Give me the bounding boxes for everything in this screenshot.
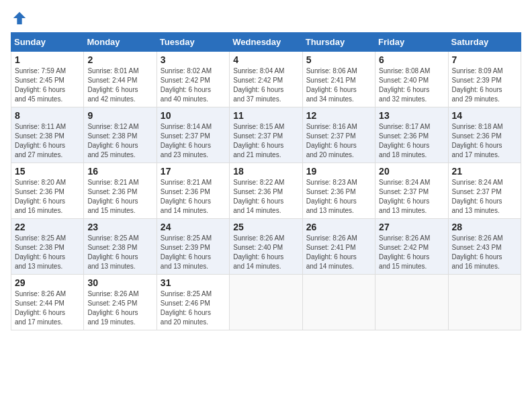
day-info: Sunrise: 8:26 AM Sunset: 2:45 PM Dayligh… [87,289,152,327]
calendar-week-4: 22Sunrise: 8:25 AM Sunset: 2:38 PM Dayli… [11,219,521,275]
day-number: 1 [15,54,80,65]
day-number: 19 [306,166,371,177]
calendar-week-3: 15Sunrise: 8:20 AM Sunset: 2:36 PM Dayli… [11,163,521,219]
day-of-week-wednesday: Wednesday [230,33,302,52]
day-number: 11 [233,110,298,121]
day-info: Sunrise: 8:24 AM Sunset: 2:37 PM Dayligh… [452,178,517,216]
day-info: Sunrise: 8:18 AM Sunset: 2:36 PM Dayligh… [452,122,517,160]
day-number: 17 [161,166,226,177]
day-info: Sunrise: 8:21 AM Sunset: 2:36 PM Dayligh… [161,178,226,216]
calendar-cell: 18Sunrise: 8:22 AM Sunset: 2:36 PM Dayli… [230,163,302,219]
calendar-cell: 28Sunrise: 8:26 AM Sunset: 2:43 PM Dayli… [448,219,521,275]
calendar-cell: 23Sunrise: 8:25 AM Sunset: 2:38 PM Dayli… [84,219,157,275]
calendar-cell: 9Sunrise: 8:12 AM Sunset: 2:38 PM Daylig… [84,107,157,163]
day-number: 14 [452,110,517,121]
day-number: 10 [161,110,226,121]
calendar-cell: 21Sunrise: 8:24 AM Sunset: 2:37 PM Dayli… [448,163,521,219]
calendar-cell: 19Sunrise: 8:23 AM Sunset: 2:36 PM Dayli… [302,163,375,219]
day-number: 18 [233,166,298,177]
day-number: 21 [452,166,517,177]
day-of-week-sunday: Sunday [11,33,84,52]
day-number: 3 [161,54,226,65]
calendar-week-5: 29Sunrise: 8:26 AM Sunset: 2:44 PM Dayli… [11,275,521,330]
calendar-cell: 17Sunrise: 8:21 AM Sunset: 2:36 PM Dayli… [157,163,229,219]
calendar-cell: 3Sunrise: 8:02 AM Sunset: 2:42 PM Daylig… [157,52,229,107]
calendar-cell: 8Sunrise: 8:11 AM Sunset: 2:38 PM Daylig… [11,107,84,163]
day-info: Sunrise: 8:06 AM Sunset: 2:41 PM Dayligh… [306,66,371,104]
calendar-cell [302,275,375,330]
day-info: Sunrise: 8:26 AM Sunset: 2:41 PM Dayligh… [306,234,371,271]
day-of-week-tuesday: Tuesday [157,33,229,52]
day-number: 5 [306,54,371,65]
day-info: Sunrise: 8:26 AM Sunset: 2:40 PM Dayligh… [233,234,298,271]
calendar-cell: 24Sunrise: 8:25 AM Sunset: 2:39 PM Dayli… [157,219,229,275]
svg-marker-0 [13,12,26,24]
calendar-cell: 20Sunrise: 8:24 AM Sunset: 2:37 PM Dayli… [375,163,448,219]
calendar-cell: 5Sunrise: 8:06 AM Sunset: 2:41 PM Daylig… [302,52,375,107]
calendar-cell: 14Sunrise: 8:18 AM Sunset: 2:36 PM Dayli… [448,107,521,163]
calendar-cell: 13Sunrise: 8:17 AM Sunset: 2:36 PM Dayli… [375,107,448,163]
calendar-table: SundayMondayTuesdayWednesdayThursdayFrid… [11,32,521,330]
calendar-cell: 2Sunrise: 8:01 AM Sunset: 2:44 PM Daylig… [84,52,157,107]
day-info: Sunrise: 8:16 AM Sunset: 2:37 PM Dayligh… [306,122,371,160]
day-info: Sunrise: 8:25 AM Sunset: 2:39 PM Dayligh… [161,234,226,271]
day-info: Sunrise: 8:15 AM Sunset: 2:37 PM Dayligh… [233,122,298,160]
day-number: 28 [452,222,517,232]
day-of-week-saturday: Saturday [448,33,521,52]
day-of-week-thursday: Thursday [302,33,375,52]
day-number: 16 [87,166,152,177]
day-info: Sunrise: 8:21 AM Sunset: 2:36 PM Dayligh… [87,178,152,216]
day-info: Sunrise: 8:17 AM Sunset: 2:36 PM Dayligh… [379,122,444,160]
day-number: 2 [87,54,152,65]
calendar-week-2: 8Sunrise: 8:11 AM Sunset: 2:38 PM Daylig… [11,107,521,163]
calendar-cell: 12Sunrise: 8:16 AM Sunset: 2:37 PM Dayli… [302,107,375,163]
day-info: Sunrise: 8:22 AM Sunset: 2:36 PM Dayligh… [233,178,298,216]
calendar-cell: 31Sunrise: 8:25 AM Sunset: 2:46 PM Dayli… [157,275,229,330]
day-number: 8 [15,110,80,121]
calendar-cell: 15Sunrise: 8:20 AM Sunset: 2:36 PM Dayli… [11,163,84,219]
calendar-cell [448,275,521,330]
day-info: Sunrise: 8:01 AM Sunset: 2:44 PM Dayligh… [87,66,152,104]
day-number: 7 [452,54,517,65]
day-info: Sunrise: 8:02 AM Sunset: 2:42 PM Dayligh… [161,66,226,104]
day-info: Sunrise: 8:04 AM Sunset: 2:42 PM Dayligh… [233,66,298,104]
day-info: Sunrise: 8:25 AM Sunset: 2:46 PM Dayligh… [161,289,226,327]
day-info: Sunrise: 8:24 AM Sunset: 2:37 PM Dayligh… [379,178,444,216]
day-number: 9 [87,110,152,121]
calendar-cell: 29Sunrise: 8:26 AM Sunset: 2:44 PM Dayli… [11,275,84,330]
day-number: 26 [306,222,371,232]
day-info: Sunrise: 8:23 AM Sunset: 2:36 PM Dayligh… [306,178,371,216]
day-number: 12 [306,110,371,121]
logo-icon [12,11,27,26]
calendar-cell: 25Sunrise: 8:26 AM Sunset: 2:40 PM Dayli… [230,219,302,275]
day-number: 6 [379,54,444,65]
day-info: Sunrise: 8:25 AM Sunset: 2:38 PM Dayligh… [15,234,80,271]
day-info: Sunrise: 8:09 AM Sunset: 2:39 PM Dayligh… [452,66,517,104]
day-number: 24 [161,222,226,232]
calendar-cell: 7Sunrise: 8:09 AM Sunset: 2:39 PM Daylig… [448,52,521,107]
day-info: Sunrise: 8:08 AM Sunset: 2:40 PM Dayligh… [379,66,444,104]
day-number: 30 [87,277,152,288]
day-info: Sunrise: 8:12 AM Sunset: 2:38 PM Dayligh… [87,122,152,160]
calendar-cell: 16Sunrise: 8:21 AM Sunset: 2:36 PM Dayli… [84,163,157,219]
day-info: Sunrise: 8:26 AM Sunset: 2:42 PM Dayligh… [379,234,444,271]
day-number: 31 [161,277,226,288]
calendar-cell: 22Sunrise: 8:25 AM Sunset: 2:38 PM Dayli… [11,219,84,275]
day-info: Sunrise: 8:11 AM Sunset: 2:38 PM Dayligh… [15,122,80,160]
day-number: 15 [15,166,80,177]
calendar-cell: 1Sunrise: 7:59 AM Sunset: 2:45 PM Daylig… [11,52,84,107]
day-number: 23 [87,222,152,232]
calendar-cell [230,275,302,330]
day-info: Sunrise: 8:14 AM Sunset: 2:37 PM Dayligh… [161,122,226,160]
day-info: Sunrise: 8:26 AM Sunset: 2:43 PM Dayligh… [452,234,517,271]
calendar-cell [375,275,448,330]
logo [11,11,27,26]
day-number: 27 [379,222,444,232]
calendar-cell: 27Sunrise: 8:26 AM Sunset: 2:42 PM Dayli… [375,219,448,275]
calendar-cell: 26Sunrise: 8:26 AM Sunset: 2:41 PM Dayli… [302,219,375,275]
day-number: 25 [233,222,298,232]
day-info: Sunrise: 7:59 AM Sunset: 2:45 PM Dayligh… [15,66,80,104]
day-info: Sunrise: 8:20 AM Sunset: 2:36 PM Dayligh… [15,178,80,216]
day-number: 22 [15,222,80,232]
calendar-header-row: SundayMondayTuesdayWednesdayThursdayFrid… [11,33,521,52]
